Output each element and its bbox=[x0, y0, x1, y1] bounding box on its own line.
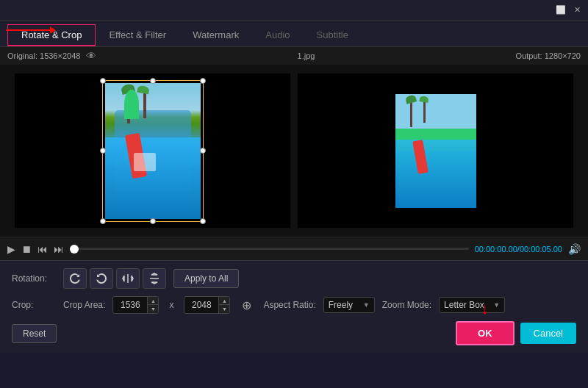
eye-icon[interactable]: 👁 bbox=[86, 50, 96, 62]
title-bar: ⬜ ✕ bbox=[0, 0, 588, 21]
crop-label: Crop: bbox=[12, 300, 56, 310]
bottom-row: Reset ↓ OK Cancel bbox=[12, 321, 576, 345]
filename-label: 1.jpg bbox=[298, 51, 315, 60]
volume-icon[interactable]: 🔊 bbox=[568, 243, 581, 255]
progress-dot[interactable] bbox=[70, 245, 79, 254]
aspect-ratio-label: Aspect Ratio: bbox=[263, 300, 315, 310]
apply-all-button[interactable]: Apply to All bbox=[173, 269, 239, 288]
progress-bar[interactable] bbox=[70, 248, 469, 250]
zoom-mode-value: Letter Box bbox=[444, 300, 484, 310]
controls-panel: Rotation: Appl bbox=[0, 260, 588, 353]
aspect-ratio-dropdown[interactable]: Freely ▼ bbox=[323, 297, 375, 313]
zoom-mode-label: Zoom Mode: bbox=[382, 300, 431, 310]
tab-subtitle[interactable]: Subtitle bbox=[304, 25, 362, 46]
stop-button[interactable]: ⏹ bbox=[21, 243, 32, 255]
crop-area-label: Crop Area: bbox=[63, 300, 105, 310]
restore-button[interactable]: ⬜ bbox=[556, 5, 566, 15]
prev-button[interactable]: ⏮ bbox=[37, 243, 48, 255]
crop-width-input[interactable]: ▲ ▼ bbox=[112, 296, 159, 314]
flip-vertical-button[interactable] bbox=[143, 268, 166, 289]
crosshair-icon: ⊕ bbox=[242, 298, 251, 312]
output-size-label: Output: 1280×720 bbox=[516, 51, 581, 60]
crop-width-arrows: ▲ ▼ bbox=[147, 297, 158, 313]
rotate-left-button[interactable] bbox=[63, 268, 87, 289]
zoom-dropdown-arrow: ▼ bbox=[493, 301, 500, 309]
aspect-ratio-value: Freely bbox=[329, 300, 353, 310]
flip-horizontal-button[interactable] bbox=[116, 268, 140, 289]
preview-right-panel bbox=[298, 73, 573, 228]
crop-handle-br[interactable] bbox=[200, 218, 206, 224]
original-size-label: Original: 1536×2048 bbox=[7, 51, 80, 60]
aspect-dropdown-arrow: ▼ bbox=[363, 301, 370, 309]
crop-handle-tr[interactable] bbox=[200, 78, 206, 84]
reset-button[interactable]: Reset bbox=[12, 324, 57, 343]
crop-height-up[interactable]: ▲ bbox=[219, 297, 229, 305]
crop-width-up[interactable]: ▲ bbox=[148, 297, 158, 305]
preview-canvases bbox=[0, 65, 588, 237]
play-button[interactable]: ▶ bbox=[7, 243, 15, 255]
rotation-row: Rotation: Appl bbox=[12, 268, 576, 289]
output-preview bbox=[362, 92, 509, 209]
tab-effect-filter[interactable]: Effect & Filter bbox=[96, 25, 179, 46]
preview-area: Original: 1536×2048 👁 1.jpg Output: 1280… bbox=[0, 47, 588, 237]
ok-button[interactable]: OK bbox=[456, 321, 514, 345]
time-display: 00:00:00.00/00:00:05.00 bbox=[475, 245, 562, 254]
crop-handle-bl[interactable] bbox=[100, 218, 106, 224]
source-image bbox=[105, 83, 201, 219]
tab-audio[interactable]: Audio bbox=[252, 25, 303, 46]
crop-container bbox=[105, 83, 201, 219]
output-image bbox=[395, 94, 476, 208]
action-buttons: ↓ OK Cancel bbox=[456, 321, 576, 345]
crop-handle-bm[interactable] bbox=[150, 218, 156, 224]
preview-left-panel bbox=[15, 73, 290, 228]
crop-separator: x bbox=[166, 300, 176, 310]
rotation-buttons bbox=[63, 268, 166, 289]
close-button[interactable]: ✕ bbox=[572, 5, 582, 15]
next-button[interactable]: ⏭ bbox=[54, 243, 64, 255]
crop-height-input[interactable]: ▲ ▼ bbox=[184, 296, 230, 314]
crop-handle-mr[interactable] bbox=[200, 148, 206, 154]
tab-watermark[interactable]: Watermark bbox=[179, 25, 252, 46]
crop-row: Crop: Crop Area: ▲ ▼ x ▲ ▼ ⊕ Aspect Rati… bbox=[12, 296, 576, 314]
crop-height-down[interactable]: ▼ bbox=[219, 305, 229, 313]
crop-height-field[interactable] bbox=[184, 298, 218, 312]
crop-width-field[interactable] bbox=[113, 298, 147, 312]
rotation-label: Rotation: bbox=[12, 273, 56, 284]
tab-bar: Rotate & Crop Effect & Filter Watermark … bbox=[0, 21, 588, 47]
crop-width-down[interactable]: ▼ bbox=[148, 305, 158, 313]
crop-height-arrows: ▲ ▼ bbox=[218, 297, 229, 313]
rotate-right-button[interactable] bbox=[90, 268, 113, 289]
cancel-button[interactable]: Cancel bbox=[520, 323, 576, 344]
preview-info-bar: Original: 1536×2048 👁 1.jpg Output: 1280… bbox=[0, 47, 588, 65]
zoom-mode-dropdown[interactable]: Letter Box ▼ bbox=[439, 297, 505, 313]
playback-bar: ▶ ⏹ ⏮ ⏭ 00:00:00.00/00:00:05.00 🔊 bbox=[0, 237, 588, 260]
